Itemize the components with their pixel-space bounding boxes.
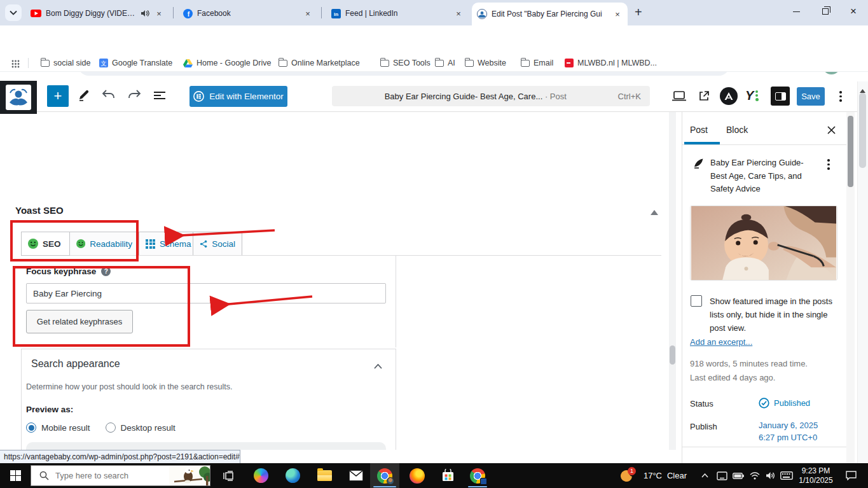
list-view-icon[interactable]: [153, 91, 167, 102]
bookmark-mlwbd[interactable]: MLWBD.nl | MLWBD...: [562, 56, 659, 70]
chrome-taskbar-active[interactable]: [370, 463, 399, 488]
edge-icon[interactable]: [279, 463, 307, 488]
yoast-tab-schema[interactable]: Schema: [139, 232, 193, 256]
bookmark-website[interactable]: Website: [462, 56, 509, 70]
publish-date-link[interactable]: January 6, 2025 6:27 pm UTC+0: [759, 421, 818, 442]
post-feather-icon: [692, 157, 705, 172]
radio-desktop-label: Desktop result: [121, 423, 176, 433]
edit-with-elementor-button[interactable]: Edit with Elementor: [189, 86, 287, 107]
restore-button[interactable]: [811, 0, 840, 23]
post-options-icon[interactable]: [827, 159, 830, 170]
sidebar-scrollbar-thumb[interactable]: [848, 116, 853, 187]
bookmark-google-drive[interactable]: Home - Google Drive: [181, 56, 273, 70]
radio-desktop-result[interactable]: [106, 422, 116, 433]
tray-chevron-icon[interactable]: [696, 463, 713, 488]
start-button[interactable]: [0, 463, 31, 488]
notification-icon[interactable]: [838, 463, 864, 488]
radio-mobile-label: Mobile result: [41, 423, 90, 433]
yoast-section-border: [396, 255, 396, 347]
bookmark-seo-tools[interactable]: SEO Tools: [378, 56, 433, 70]
chrome-profile2-icon[interactable]: [463, 463, 492, 488]
file-explorer-icon[interactable]: [310, 463, 338, 488]
weather-widget[interactable]: 17°C Clear: [638, 463, 692, 488]
status-label: Status: [690, 399, 713, 408]
schema-grid-icon: [146, 239, 155, 249]
bookmark-google-translate[interactable]: 文 Google Translate: [97, 56, 175, 70]
clock-date: 1/10/2025: [799, 476, 832, 485]
publish-label: Publish: [690, 422, 717, 431]
mail-icon[interactable]: [342, 463, 370, 488]
weather-badge: 1: [628, 467, 636, 475]
tab-divider: [321, 7, 322, 18]
task-view-icon[interactable]: [216, 463, 242, 488]
folder-icon: [465, 60, 474, 67]
close-icon[interactable]: ×: [303, 8, 313, 18]
tab-facebook[interactable]: f Facebook ×: [178, 4, 318, 23]
document-title-bar[interactable]: Baby Ear Piercing Guide- Best Age, Care.…: [332, 86, 650, 106]
tab-linkedin[interactable]: in Feed | LinkedIn ×: [326, 4, 469, 23]
copilot-icon[interactable]: [247, 463, 275, 488]
content-scrollbar-thumb[interactable]: [670, 345, 675, 365]
save-button[interactable]: Save: [797, 87, 825, 106]
apps-grid-icon[interactable]: [11, 59, 20, 71]
taskbar-search-box[interactable]: [31, 465, 210, 486]
close-icon[interactable]: ×: [453, 8, 464, 18]
tab-edit-post-active[interactable]: Edit Post "Baby Ear Piercing Gui ×: [472, 3, 628, 25]
sidebar-tab-block[interactable]: Block: [726, 125, 748, 135]
sidebar-post-title[interactable]: Baby Ear Piercing Guide- Best Age, Care …: [710, 157, 820, 196]
audio-speaker-icon[interactable]: [141, 10, 149, 17]
more-options-icon[interactable]: [839, 91, 842, 102]
preview-devices-icon[interactable]: [672, 90, 687, 104]
undo-icon[interactable]: [102, 90, 116, 102]
settings-panel-toggle-button[interactable]: [771, 87, 790, 106]
bookmark-online-marketplace[interactable]: Online Marketplace: [276, 56, 362, 70]
ms-store-icon[interactable]: [434, 463, 462, 488]
firefox-icon[interactable]: [403, 463, 431, 488]
sidebar-tab-post[interactable]: Post: [690, 125, 708, 135]
weather-moon-icon[interactable]: 1: [616, 463, 638, 488]
wp-site-logo[interactable]: [0, 81, 37, 114]
battery-icon[interactable]: [730, 463, 747, 488]
collapse-panel-icon[interactable]: [651, 206, 658, 218]
status-value[interactable]: Published: [759, 398, 810, 408]
browser-scrollbar-thumb[interactable]: [859, 93, 866, 168]
edit-tool-pencil-icon[interactable]: [78, 88, 90, 104]
featured-image-checkbox[interactable]: [691, 295, 702, 307]
bookmark-email[interactable]: Email: [518, 56, 556, 70]
close-sidebar-button[interactable]: [827, 125, 836, 137]
new-tab-button[interactable]: +: [635, 6, 642, 18]
close-window-button[interactable]: ×: [839, 0, 868, 23]
google-preview-placeholder: [26, 442, 386, 450]
tab-youtube[interactable]: Bom Diggy Diggy (VIDEO) | ×: [25, 4, 169, 23]
taskbar-clock[interactable]: 9:23 PM 1/10/2025: [796, 463, 836, 488]
close-icon[interactable]: ×: [612, 9, 623, 19]
volume-icon[interactable]: [762, 463, 778, 488]
tablet-mode-icon[interactable]: [713, 463, 730, 488]
condition-label: Clear: [667, 471, 687, 480]
yoast-tab-social[interactable]: Social: [193, 232, 242, 256]
astra-icon[interactable]: [720, 87, 738, 105]
bookmark-social-side[interactable]: social side: [38, 56, 93, 70]
keyboard-icon[interactable]: [777, 463, 796, 488]
annotation-rect-tabs: [10, 220, 139, 261]
chevron-up-icon[interactable]: [374, 360, 382, 372]
bookmark-ai[interactable]: AI: [432, 56, 458, 70]
radio-mobile-result[interactable]: [26, 422, 36, 433]
wifi-icon[interactable]: [747, 463, 763, 488]
redo-icon[interactable]: [127, 90, 141, 102]
add-block-button[interactable]: +: [47, 85, 69, 107]
content-scrollbar-track[interactable]: [669, 112, 676, 450]
sidebar-section-border: [682, 447, 855, 447]
search-appearance-description: Determine how your post should look in t…: [26, 382, 232, 391]
close-icon[interactable]: ×: [154, 8, 164, 18]
add-excerpt-link[interactable]: Add an excerpt...: [690, 337, 752, 347]
site-favicon: [477, 9, 487, 19]
preview-as-label: Preview as:: [26, 405, 73, 414]
taskbar-search-input[interactable]: [55, 471, 169, 480]
search-icon: [39, 471, 49, 480]
minimize-button[interactable]: [782, 0, 811, 23]
yoast-icon[interactable]: Y: [745, 88, 759, 103]
featured-image[interactable]: [690, 206, 837, 281]
tab-search-button[interactable]: [5, 4, 22, 21]
view-post-external-icon[interactable]: [698, 90, 710, 104]
